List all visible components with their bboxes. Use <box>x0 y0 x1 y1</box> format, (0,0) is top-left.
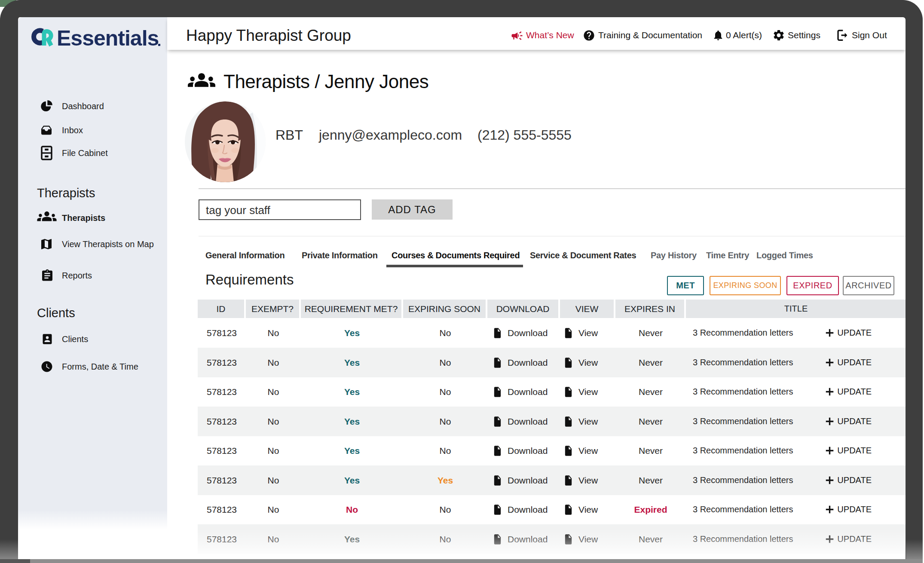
svg-text:Essentials: Essentials <box>57 27 159 49</box>
